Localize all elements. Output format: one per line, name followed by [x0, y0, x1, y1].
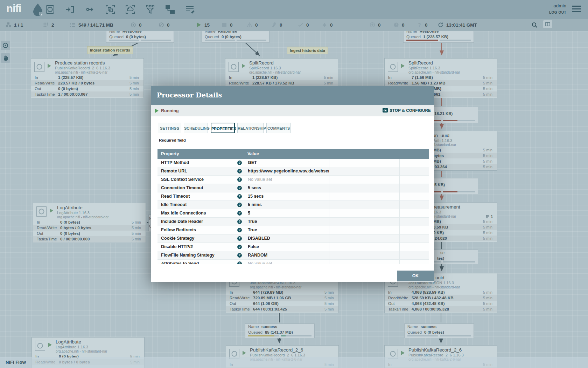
help-icon[interactable]: ? — [237, 203, 242, 207]
running-status-icon — [243, 351, 246, 355]
property-row: Read Timeout? 15 secs — [158, 192, 429, 201]
asterisk-icon — [322, 22, 327, 28]
property-name: Connection Timeout? — [158, 184, 244, 192]
queue-bars — [109, 40, 171, 41]
tab-comments[interactable]: COMMENTS — [266, 123, 291, 133]
processor-icon — [35, 341, 45, 351]
transmitting-count: 0 — [131, 22, 142, 28]
stopped-icon — [222, 22, 227, 28]
property-row: FlowFile Naming Strategy? RANDOM — [158, 251, 429, 260]
queue-bars — [248, 335, 312, 336]
property-name: Read Timeout? — [158, 192, 244, 200]
column-value: Value — [247, 149, 259, 159]
processor-produce-station-records[interactable]: Produce station records PublishKafkaReco… — [31, 58, 144, 98]
queue-bars — [407, 335, 471, 336]
property-value[interactable]: 5 mins — [244, 201, 329, 209]
tab-scheduling[interactable]: SCHEDULING — [184, 123, 208, 133]
warning-triangle-icon — [247, 22, 252, 28]
property-name: Follow Redirects? — [158, 226, 244, 234]
property-value[interactable]: GET — [244, 159, 329, 167]
navigate-button[interactable] — [1, 41, 10, 50]
drag-remote-process-group-icon[interactable] — [125, 4, 135, 15]
help-icon[interactable]: ? — [237, 245, 242, 249]
drag-processor-icon[interactable] — [45, 4, 55, 15]
help-icon[interactable]: ? — [237, 186, 242, 190]
property-row: Disable HTTP/2? False — [158, 243, 429, 251]
running-status-icon — [401, 351, 405, 355]
connection-label-success-2[interactable]: Namesuccess Queued0 (0 bytes) — [404, 323, 474, 338]
running-icon — [196, 22, 202, 28]
property-value[interactable]: 5 — [244, 209, 329, 217]
property-value[interactable]: False — [244, 243, 329, 251]
hand-icon — [2, 55, 8, 61]
locally-modified-stale-count: 0 — [393, 22, 405, 28]
stop-configure-gear-icon — [383, 108, 388, 113]
drag-template-icon[interactable] — [165, 4, 175, 15]
property-value[interactable]: 5 secs — [244, 184, 329, 192]
disabled-count: 0 — [271, 22, 282, 28]
running-status-icon — [242, 64, 245, 68]
stop-and-configure-button[interactable]: STOP & CONFIGURE — [383, 108, 431, 113]
help-icon[interactable]: ? — [237, 228, 242, 232]
logout-link[interactable]: LOG OUT — [549, 11, 566, 14]
property-value[interactable]: No value set — [244, 260, 329, 264]
exclamation-circle-icon — [393, 22, 399, 28]
search-button[interactable] — [532, 22, 538, 28]
property-value[interactable]: True — [244, 218, 329, 226]
drag-label-icon[interactable] — [185, 4, 195, 15]
active-threads: 2 — [43, 22, 54, 28]
drag-process-group-icon[interactable] — [105, 4, 115, 15]
drag-output-port-icon[interactable] — [85, 4, 96, 15]
property-name: Idle Timeout? — [158, 201, 244, 209]
cluster-cubes-icon — [6, 22, 11, 28]
help-icon[interactable]: ? — [237, 177, 242, 182]
property-value[interactable]: RANDOM — [244, 251, 329, 259]
help-icon[interactable]: ? — [237, 211, 242, 216]
help-icon[interactable]: ? — [237, 161, 242, 165]
refresh-icon[interactable] — [438, 22, 443, 28]
help-icon[interactable]: ? — [237, 194, 242, 199]
property-name: SSL Context Service? — [158, 176, 244, 184]
stale-arrow-icon — [370, 22, 375, 28]
nifi-drop-icon — [31, 3, 45, 17]
help-icon[interactable]: ? — [237, 169, 242, 173]
property-value[interactable]: DISABLED — [244, 234, 329, 243]
help-icon[interactable]: ? — [237, 253, 242, 258]
tab-settings[interactable]: SETTINGS — [158, 123, 181, 133]
property-name: Remote URL? — [158, 167, 244, 175]
disabled-bolt-icon — [271, 22, 277, 28]
help-icon[interactable]: ? — [237, 261, 242, 264]
tab-properties[interactable]: PROPERTIES — [211, 123, 235, 133]
property-row: Attributes to Send? No value set — [158, 260, 429, 264]
breadcrumb-bar: NiFi Flow — [0, 357, 588, 368]
processor-logattribute[interactable]: LogAttribute LogAttribute 1.16.3 org.apa… — [33, 203, 146, 243]
property-row: Remote URL? https://www.pegelonline.wsv.… — [158, 167, 429, 176]
canvas-label-ingest-station-records[interactable]: Ingest station records — [87, 46, 133, 54]
breadcrumb[interactable]: NiFi Flow — [6, 360, 26, 365]
connection-label-success-1[interactable]: Namesuccess Queued85 (141.37 MB) — [245, 323, 315, 338]
locally-modified-count: 0 — [322, 22, 333, 28]
panel-toggle-button[interactable] — [543, 21, 552, 27]
property-value[interactable]: 15 secs — [244, 192, 329, 200]
dialog-title: Processor Details — [157, 91, 222, 99]
property-value[interactable]: True — [244, 226, 329, 234]
property-row: Cookie Strategy? DISABLED — [158, 234, 429, 243]
nifi-application: NameResponse Queued0 (0 bytes) NameRespo… — [0, 0, 588, 368]
global-menu-icon[interactable] — [572, 6, 581, 13]
drag-input-port-icon[interactable] — [65, 4, 75, 15]
property-row: Follow Redirects? True — [158, 226, 429, 234]
running-status-icon — [401, 64, 405, 68]
sync-failure-count: ? 0 — [416, 22, 428, 28]
stale-count: 0 — [370, 22, 381, 28]
tab-relationships[interactable]: RELATIONSHIPS — [237, 123, 264, 133]
property-value[interactable]: https://www.pegelonline.wsv.de/webservic… — [244, 167, 329, 175]
property-row: SSL Context Service? No value set — [158, 176, 429, 184]
ok-button[interactable]: OK — [397, 271, 434, 281]
operate-hand-button[interactable] — [1, 53, 10, 63]
help-icon[interactable]: ? — [237, 219, 242, 224]
property-name: FlowFile Naming Strategy? — [158, 251, 244, 259]
help-icon[interactable]: ? — [237, 236, 242, 241]
canvas-label-ingest-historic-data[interactable]: Ingest historic data — [287, 47, 328, 54]
drag-funnel-icon[interactable] — [145, 4, 155, 15]
property-value[interactable]: No value set — [244, 176, 329, 184]
